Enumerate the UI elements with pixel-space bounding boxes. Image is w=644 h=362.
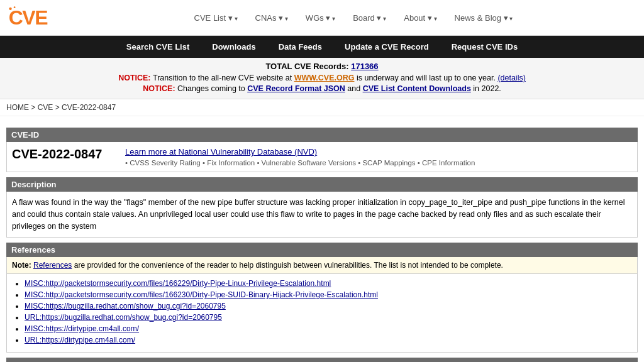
cve-logo: CVE: [6, 4, 57, 31]
black-nav-item-request-cve[interactable]: Request CVE IDs: [440, 36, 529, 58]
list-item: MISC:http://packetstormsecurity.com/file…: [25, 290, 632, 299]
notice2-link2[interactable]: CVE List Content Downloads: [363, 84, 471, 93]
black-nav: Search CVE ListDownloadsData FeedsUpdate…: [0, 36, 644, 58]
notice2-label: NOTICE:: [143, 84, 177, 93]
notice1-text: Transition to the all-new CVE website at: [153, 74, 294, 82]
top-menu-item-wgs[interactable]: WGs ▾: [297, 11, 344, 25]
breadcrumb: HOME > CVE > CVE-2022-0847: [0, 99, 644, 116]
top-menu-item-cve-list[interactable]: CVE List ▾: [186, 11, 247, 25]
list-item: MISC:http://packetstormsecurity.com/file…: [25, 279, 632, 288]
list-item: URL:https://bugzilla.redhat.com/show_bug…: [25, 313, 632, 322]
refs-note-link[interactable]: References: [33, 261, 72, 270]
notice1-rest: is underway and will last up to one year…: [354, 74, 497, 82]
reference-link[interactable]: URL:https://dirtypipe.cm4all.com/: [25, 336, 135, 344]
nvd-link[interactable]: Learn more at National Vulnerability Dat…: [125, 147, 475, 156]
refs-note-label: Note:: [12, 261, 33, 270]
cveid-header: CVE-ID: [6, 128, 638, 142]
svg-point-3: [14, 6, 16, 8]
notice-area: TOTAL CVE Records: 171366 NOTICE: Transi…: [0, 58, 644, 99]
list-item: URL:https://dirtypipe.cm4all.com/: [25, 336, 632, 344]
list-item: MISC:https://bugzilla.redhat.com/show_bu…: [25, 302, 632, 310]
black-nav-item-data-feeds[interactable]: Data Feeds: [267, 36, 333, 58]
notice-line-2: NOTICE: Changes coming to CVE Record For…: [6, 84, 638, 93]
top-menu-item-news-blog[interactable]: News & Blog ▾: [446, 11, 522, 25]
refs-note: Note: References are provided for the co…: [6, 257, 638, 274]
cve-id-right: Learn more at National Vulnerability Dat…: [125, 147, 475, 167]
top-nav: CVE CVE List ▾CNAs ▾WGs ▾Board ▾About ▾N…: [0, 0, 644, 36]
reference-link[interactable]: MISC:https://dirtypipe.cm4all.com/: [25, 324, 139, 333]
total-label: TOTAL CVE Records:: [265, 62, 351, 71]
refs-list: MISC:http://packetstormsecurity.com/file…: [6, 274, 638, 353]
top-menu-item-board[interactable]: Board ▾: [344, 11, 395, 25]
cna-header: Assigning CNA: [6, 358, 638, 362]
notice2-mid: and: [345, 84, 363, 93]
reference-link[interactable]: MISC:http://packetstormsecurity.com/file…: [25, 290, 378, 299]
description-text: A flaw was found in the way the "flags" …: [6, 192, 638, 238]
total-count-link[interactable]: 171366: [351, 62, 378, 71]
notice1-link[interactable]: WWW.CVE.ORG: [294, 74, 355, 82]
cveid-row: CVE-2022-0847 Learn more at National Vul…: [6, 142, 638, 172]
references-header: References: [6, 243, 638, 257]
notice1-paren[interactable]: (details): [497, 74, 525, 82]
top-menu-item-cnas[interactable]: CNAs ▾: [247, 11, 297, 25]
description-section: Description A flaw was found in the way …: [6, 177, 638, 238]
total-records: TOTAL CVE Records: 171366: [6, 62, 638, 71]
references-section: References Note: References are provided…: [6, 243, 638, 353]
top-menu: CVE List ▾CNAs ▾WGs ▾Board ▾About ▾News …: [69, 11, 638, 25]
black-nav-item-update-cve[interactable]: Update a CVE Record: [333, 36, 440, 58]
reference-link[interactable]: URL:https://bugzilla.redhat.com/show_bug…: [25, 313, 222, 322]
black-nav-item-search-cve[interactable]: Search CVE List: [115, 36, 201, 58]
cvss-line: • CVSS Severity Rating • Fix Information…: [125, 159, 475, 167]
reference-link[interactable]: MISC:https://bugzilla.redhat.com/show_bu…: [25, 302, 226, 310]
cve-id-number: CVE-2022-0847: [12, 147, 113, 162]
logo-area: CVE: [6, 4, 57, 31]
notice-line-1: NOTICE: Transition to the all-new CVE we…: [6, 74, 638, 82]
notice2-end: in 2022.: [471, 84, 501, 93]
notice2-link1[interactable]: CVE Record Format JSON: [247, 84, 345, 93]
svg-point-2: [9, 8, 11, 10]
top-menu-item-about[interactable]: About ▾: [395, 11, 445, 25]
cveid-section: CVE-ID CVE-2022-0847 Learn more at Natio…: [6, 128, 638, 172]
description-header: Description: [6, 177, 638, 192]
refs-note-rest: are provided for the convenience of the …: [72, 261, 503, 270]
list-item: MISC:https://dirtypipe.cm4all.com/: [25, 324, 632, 333]
breadcrumb-text: HOME > CVE > CVE-2022-0847: [6, 103, 116, 112]
black-nav-item-downloads[interactable]: Downloads: [201, 36, 267, 58]
main-content: CVE-ID CVE-2022-0847 Learn more at Natio…: [0, 116, 644, 362]
notice1-label: NOTICE:: [118, 74, 153, 82]
cna-section: Assigning CNA Red Hat, Inc.: [6, 358, 638, 362]
notice2-text: Changes coming to: [177, 84, 247, 93]
svg-text:CVE: CVE: [9, 6, 48, 29]
reference-link[interactable]: MISC:http://packetstormsecurity.com/file…: [25, 279, 331, 288]
